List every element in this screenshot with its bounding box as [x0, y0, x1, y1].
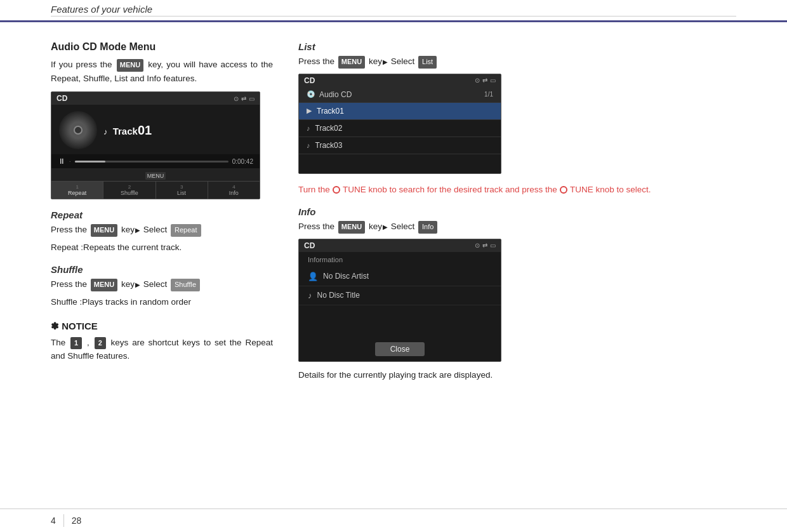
shuffle-badge: Shuffle — [171, 279, 200, 291]
notice-badge-1: 1 — [70, 337, 82, 350]
footer-page: 28 — [72, 515, 82, 526]
header-title: Features of your vehicle — [51, 4, 152, 15]
cd-info-label: CD — [304, 241, 315, 250]
cd-icons: ⊙ ⇄ ▭ — [234, 95, 255, 102]
note-icon2: ♪ — [307, 142, 310, 149]
cd-icon3: ▭ — [249, 95, 255, 102]
info-select: Select — [391, 222, 415, 231]
audio-cd-title: Audio CD Mode Menu — [51, 41, 273, 53]
cd-btn-repeat-label: Repeat — [68, 190, 86, 196]
cd-info-icon3: ▭ — [490, 242, 496, 249]
title-icon: ♪ — [308, 291, 312, 300]
list-press: Press the — [298, 57, 334, 66]
track03-label: Track03 — [315, 141, 343, 150]
repeat-description: Repeat :Repeats the current track. — [51, 241, 273, 255]
cd-icon1: ⊙ — [234, 95, 239, 102]
cd-btn-repeat: 1 Repeat — [51, 182, 103, 199]
notice-body: The 1 , 2 keys are shortcut keys to set … — [51, 336, 273, 363]
music-note-icon: ♪ — [103, 127, 108, 136]
cd-main-area: ♪ Track01 — [51, 105, 260, 154]
cd-info-icon2: ⇄ — [482, 242, 487, 249]
dot-separator: · — [69, 158, 71, 164]
cd-list-icon1: ⊙ — [475, 77, 480, 84]
notice-box: ✽ NOTICE The 1 , 2 keys are shortcut key… — [51, 321, 273, 363]
footer-chapter: 4 — [51, 515, 56, 526]
right-column: List Press the MENU key▶ Select List CD … — [298, 41, 736, 385]
cd-btn-repeat-num: 1 — [53, 184, 102, 190]
left-column: Audio CD Mode Menu If you press the MENU… — [51, 41, 273, 385]
track01-label: Track01 — [317, 107, 344, 116]
cd-btn-shuffle-label: Shuffle — [121, 190, 138, 196]
notice-title: ✽ NOTICE — [51, 321, 273, 332]
cd-btn-shuffle-num: 2 — [105, 184, 154, 190]
shuffle-description: Shuffle :Plays tracks in random order — [51, 295, 273, 309]
key-arrow-shuffle: ▶ — [135, 281, 140, 288]
shuffle-paragraph: Press the MENU key▶ Select Shuffle — [51, 277, 273, 291]
intro-text1: If you press the — [51, 60, 112, 69]
list-subtitle: List — [298, 41, 736, 52]
shuffle-select: Select — [143, 279, 168, 289]
intro-paragraph: If you press the MENU key, you will have… — [51, 58, 273, 85]
cd-disc-inner — [74, 126, 83, 135]
page-header: Features of your vehicle — [0, 0, 787, 22]
cd-disc — [59, 111, 97, 149]
cd-btn-info: 4 Info — [208, 182, 260, 199]
cd-progress-bar — [75, 161, 228, 163]
repeat-press: Press the — [51, 225, 87, 234]
cd-info-icon1: ⊙ — [475, 242, 480, 249]
note-icon: ♪ — [307, 124, 310, 132]
close-button[interactable]: Close — [375, 342, 425, 356]
cd-info-title: No Disc Title — [317, 291, 360, 300]
details-text: Details for the currently playing track … — [298, 368, 736, 382]
track02-label: Track02 — [315, 124, 343, 133]
cd-list-header-row: 💿 Audio CD 1/1 — [299, 87, 501, 103]
list-badge: List — [418, 56, 437, 69]
cd-list-icon3: ▭ — [490, 77, 496, 84]
cd-player-main: CD ⊙ ⇄ ▭ ♪ Track01 ⏸ · — [51, 91, 260, 199]
menu-badge-shuffle: MENU — [91, 279, 117, 291]
cd-list-top: CD ⊙ ⇄ ▭ — [299, 74, 501, 87]
list-item: ♪ Track02 — [299, 120, 501, 137]
repeat-subtitle: Repeat — [51, 209, 273, 220]
cd-time: 0:00:42 — [232, 158, 253, 165]
cd-list-screen: CD ⊙ ⇄ ▭ 💿 Audio CD 1/1 ▶ Track01 ♪ — [298, 74, 501, 174]
tune-paragraph: Turn the TUNE knob to search for the des… — [298, 183, 736, 197]
list-item: ♪ Track03 — [299, 137, 501, 154]
key-arrow-info: ▶ — [383, 223, 388, 230]
notice-badge-2: 2 — [95, 337, 106, 350]
notice-text3: keys are shortcut keys to set the Repeat… — [51, 338, 273, 361]
tune-text2: TUNE knob to search for the desired trac… — [343, 185, 557, 194]
cd-info-top-bar: CD ⊙ ⇄ ▭ — [299, 239, 501, 252]
cd-track-name: Track01 — [113, 126, 152, 136]
tune-text1: Turn the — [298, 185, 330, 194]
cd-controls: ⏸ · 0:00:42 — [51, 154, 260, 168]
cd-list-icon2: ⇄ — [482, 77, 487, 84]
info-press: Press the — [298, 222, 334, 231]
cd-btn-shuffle: 2 Shuffle — [103, 182, 155, 199]
footer-divider — [63, 514, 64, 527]
repeat-badge: Repeat — [171, 224, 201, 237]
cd-info-artist: No Disc Artist — [323, 272, 369, 281]
tune-text3: TUNE knob to select. — [570, 185, 651, 194]
play-icon: ▶ — [307, 107, 312, 115]
info-subtitle: Info — [298, 206, 736, 217]
cd-bottom-bar: 1 Repeat 2 Shuffle 3 List 4 Info — [51, 181, 260, 199]
info-badge: Info — [418, 221, 437, 234]
cd-top-bar: CD ⊙ ⇄ ▭ — [51, 92, 260, 105]
header-divider — [51, 16, 736, 17]
main-content: Audio CD Mode Menu If you press the MENU… — [0, 22, 787, 398]
cd-btn-list-label: List — [177, 190, 186, 196]
cd-btn-list: 3 List — [156, 182, 208, 199]
cd-list-icons: ⊙ ⇄ ▭ — [475, 77, 496, 84]
list-paragraph: Press the MENU key▶ Select List — [298, 55, 736, 69]
info-paragraph: Press the MENU key▶ Select Info — [298, 220, 736, 234]
cd-info-icons: ⊙ ⇄ ▭ — [475, 242, 496, 249]
repeat-key: key — [121, 225, 135, 234]
artist-icon: 👤 — [308, 272, 318, 281]
menu-badge-repeat: MENU — [91, 224, 117, 237]
menu-badge-intro: MENU — [117, 59, 143, 72]
play-pause-icon: ⏸ — [58, 157, 65, 166]
tune-circle1 — [333, 186, 340, 194]
menu-badge-list: MENU — [338, 56, 365, 69]
notice-text1: The — [51, 338, 65, 347]
